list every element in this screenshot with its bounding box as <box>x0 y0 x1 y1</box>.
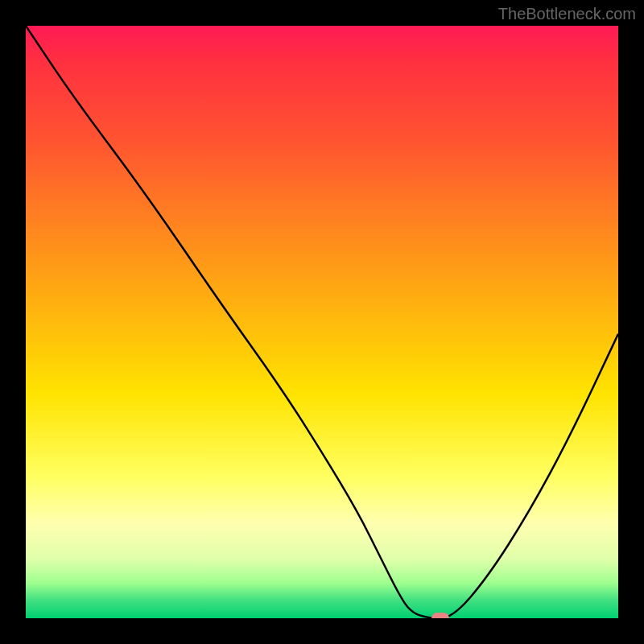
attribution-label: TheBottleneck.com <box>498 5 636 23</box>
optimal-marker <box>431 613 449 618</box>
chart-frame <box>26 26 618 618</box>
bottleneck-curve <box>26 26 618 618</box>
